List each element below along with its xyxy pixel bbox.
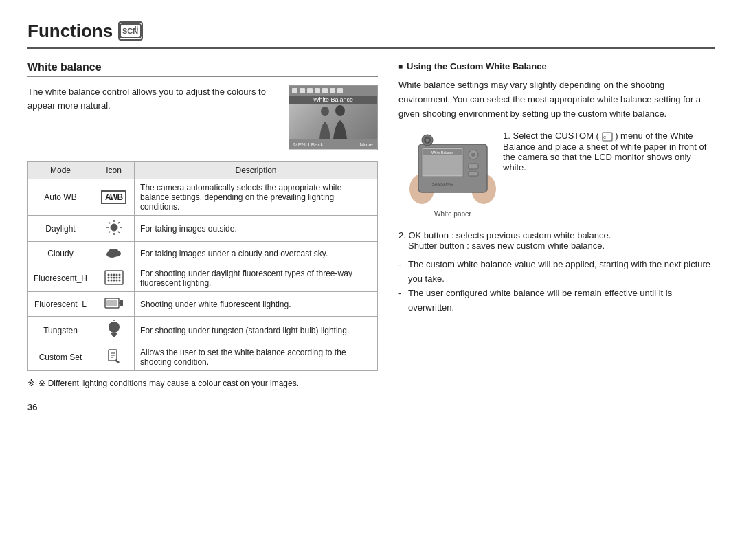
list-item: The custom white balance value will be a… [398, 258, 715, 287]
svg-rect-40 [112, 335, 116, 336]
svg-point-4 [335, 105, 345, 116]
table-row: Tungsten For [28, 317, 378, 344]
footnote-symbol: ※ [27, 378, 35, 388]
svg-point-62 [426, 139, 429, 142]
camera-image-right: White Balance SAMSUNG White paper [408, 131, 497, 218]
step-1-text: Select the CUSTOM ( c ) menu of the Whit… [503, 131, 706, 172]
mode-auto-wb: Auto WB [28, 179, 93, 216]
svg-text:SAMSUNG: SAMSUNG [432, 182, 453, 186]
intro-row: The white balance control allows you to … [27, 85, 378, 150]
mode-daylight: Daylight [28, 216, 93, 242]
svg-point-3 [321, 107, 329, 116]
sun-icon [106, 219, 122, 236]
icon-custom-set [93, 344, 135, 371]
svg-point-22 [115, 273, 117, 276]
svg-point-25 [110, 276, 112, 278]
table-row: Fluorescent_H [28, 265, 378, 292]
mode-fluor-l: Fluorescent_L [28, 292, 93, 317]
footnote-text: ※ Different lighting conditions may caus… [38, 379, 299, 388]
col-header-mode: Mode [28, 162, 93, 179]
custom-set-icon [106, 348, 122, 365]
svg-point-20 [110, 273, 112, 276]
svg-rect-58 [469, 172, 478, 176]
svg-rect-39 [111, 333, 117, 335]
list-item: The user configured white balance will b… [398, 287, 715, 315]
mode-custom-set: Custom Set [28, 344, 93, 371]
svg-line-13 [109, 232, 110, 233]
page-number: 36 [27, 402, 715, 412]
table-row: Daylight [28, 216, 378, 242]
svg-point-24 [107, 276, 109, 278]
svg-point-33 [118, 279, 120, 281]
svg-point-28 [118, 276, 120, 278]
step-2-number: 2. OK button : selects previous custom w… [398, 230, 611, 240]
fluorescent-l-icon [104, 295, 124, 311]
svg-point-32 [115, 279, 117, 281]
desc-fluor-h: For shooting under daylight fluorescent … [135, 265, 378, 292]
camera-hands-illustration: White Balance SAMSUNG [408, 131, 497, 206]
svg-point-56 [471, 153, 475, 157]
functions-icon: SCN ii [118, 21, 143, 41]
step-1-number: 1. [503, 131, 510, 141]
mode-cloudy: Cloudy [28, 242, 93, 265]
camera-preview-label: White Balance [289, 96, 377, 104]
camera-preview-bottom: MENU Back Move [289, 139, 377, 149]
svg-line-12 [117, 222, 119, 223]
svg-point-30 [110, 279, 112, 281]
awb-icon: AWB [101, 190, 126, 204]
desc-cloudy: For taking images under a cloudy and ove… [135, 242, 378, 265]
desc-fluor-l: Shooting under white fluorescent lightin… [135, 292, 378, 317]
icon-cloudy [93, 242, 135, 265]
svg-point-26 [113, 276, 115, 278]
svg-rect-36 [120, 300, 123, 306]
camera-preview-image: White Balance MENU Back Move [289, 85, 378, 150]
intro-text: The white balance control allows you to … [27, 85, 280, 112]
icon-daylight [93, 216, 135, 242]
white-balance-table: Mode Icon Description Auto WB AWB The ca… [27, 161, 378, 371]
section-heading-white-balance: White balance [27, 61, 378, 77]
step-1: White Balance SAMSUNG White paper 1. [398, 131, 715, 223]
desc-daylight: For taking images outside. [135, 216, 378, 242]
using-custom-wb-heading: Using the Custom White Balance [398, 61, 715, 71]
footnote: ※ ※ Different lighting conditions may ca… [27, 378, 378, 388]
svg-point-23 [118, 273, 120, 276]
table-row: Auto WB AWB The camera automatically sel… [28, 179, 378, 216]
col-header-description: Description [135, 162, 378, 179]
icon-auto-wb: AWB [93, 179, 135, 216]
svg-rect-41 [113, 336, 115, 337]
svg-line-10 [109, 222, 110, 223]
svg-rect-35 [106, 300, 117, 306]
page-title-text: Functions [27, 21, 113, 42]
table-row: Fluorescent_L Shooting under [28, 292, 378, 317]
svg-text:c: c [603, 134, 606, 140]
custom-wb-intro: White balance settings may vary slightly… [398, 78, 715, 121]
desc-auto-wb: The camera automatically selects the app… [135, 179, 378, 216]
svg-point-5 [111, 224, 117, 231]
icon-tungsten [93, 317, 135, 344]
custom-icon-inline: c [602, 132, 613, 142]
camera-label: White paper [408, 210, 497, 218]
icon-fluor-h [93, 265, 135, 292]
step-2-content: 2. OK button : selects previous custom w… [398, 230, 611, 251]
svg-text:ii: ii [135, 24, 138, 31]
mode-fluor-h: Fluorescent_H [28, 265, 93, 292]
right-column: Using the Custom White Balance White bal… [398, 61, 715, 388]
left-column: White balance The white balance control … [27, 61, 378, 388]
svg-point-31 [113, 279, 115, 281]
table-row: Cloudy For taking images unde [28, 242, 378, 265]
tungsten-icon [106, 320, 122, 338]
step-2-shutter: Shutter button : saves new custom white … [398, 240, 611, 251]
step-2: 2. OK button : selects previous custom w… [398, 230, 715, 251]
svg-point-19 [107, 273, 109, 276]
svg-text:White Balance: White Balance [431, 150, 453, 155]
table-row: Custom Set [28, 344, 378, 371]
fluorescent-h-icon [104, 270, 124, 285]
svg-line-11 [117, 232, 119, 233]
svg-point-38 [109, 322, 120, 333]
step-1-content: 1. Select the CUSTOM ( c ) menu of the W… [503, 131, 709, 223]
desc-custom-set: Allows the user to set the white balance… [135, 344, 378, 371]
svg-point-17 [113, 249, 118, 254]
svg-point-27 [115, 276, 117, 278]
custom-wb-bullets: The custom white balance value will be a… [398, 258, 715, 315]
svg-point-21 [113, 273, 115, 276]
